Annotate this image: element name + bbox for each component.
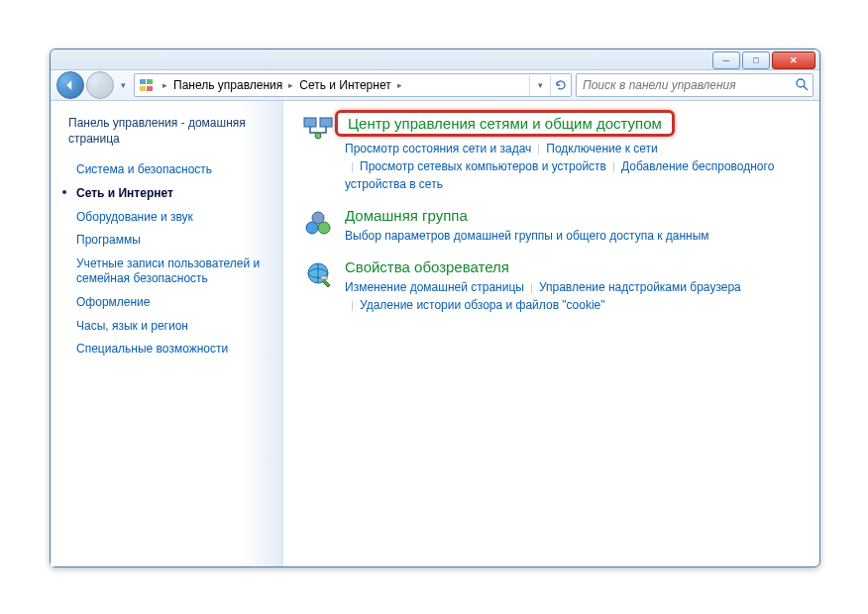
content-area: Центр управления сетями и общим доступом… bbox=[283, 101, 819, 566]
sublink[interactable]: Изменение домашней страницы bbox=[345, 280, 524, 294]
sidebar-item-5[interactable]: Оформление bbox=[68, 291, 272, 315]
category-title[interactable]: Свойства обозревателя bbox=[345, 258, 509, 275]
sidebar-item-7[interactable]: Специальные возможности bbox=[68, 338, 272, 361]
sidebar-item-6[interactable]: Часы, язык и регион bbox=[68, 315, 272, 339]
sidebar-item-2[interactable]: Оборудование и звук bbox=[68, 206, 272, 230]
category-0: Центр управления сетями и общим доступом… bbox=[301, 113, 802, 193]
sidebar-item-0[interactable]: Система и безопасность bbox=[68, 158, 272, 182]
category-title[interactable]: Центр управления сетями и общим доступом bbox=[335, 110, 675, 137]
sublink[interactable]: Управление надстройками браузера bbox=[539, 280, 741, 294]
sublink[interactable]: Просмотр состояния сети и задач bbox=[345, 142, 531, 155]
chevron-right-icon: ▸ bbox=[393, 80, 406, 90]
sidebar-item-3[interactable]: Программы bbox=[68, 229, 272, 253]
chevron-right-icon: ▸ bbox=[284, 80, 297, 90]
search-icon[interactable] bbox=[795, 77, 809, 94]
window-chrome: ─ □ ✕ bbox=[51, 50, 819, 70]
category-title[interactable]: Домашняя группа bbox=[345, 207, 468, 224]
svg-line-5 bbox=[804, 86, 808, 90]
category-1: Домашняя группаВыбор параметров домашней… bbox=[301, 207, 802, 245]
address-bar[interactable]: ▸ Панель управления ▸ Сеть и Интернет ▸ … bbox=[134, 73, 572, 97]
path-dropdown-button[interactable]: ▾ bbox=[529, 75, 550, 95]
category-sublinks: Изменение домашней страницыУправление на… bbox=[345, 278, 802, 314]
svg-point-4 bbox=[797, 79, 805, 87]
sublink[interactable]: Подключение к сети bbox=[546, 142, 657, 155]
category-icon bbox=[301, 207, 337, 239]
svg-point-8 bbox=[315, 133, 321, 139]
nav-bar: ▾ ▸ Панель управления ▸ Сеть и Интернет … bbox=[51, 70, 819, 101]
maximize-button[interactable]: □ bbox=[742, 51, 770, 69]
sidebar: Панель управления - домашняя страница Си… bbox=[51, 101, 283, 566]
search-box[interactable] bbox=[576, 73, 814, 97]
search-input[interactable] bbox=[581, 77, 795, 93]
sidebar-item-4[interactable]: Учетные записи пользователей и семейная … bbox=[68, 253, 272, 291]
svg-rect-6 bbox=[304, 118, 316, 127]
window-controls: ─ □ ✕ bbox=[712, 51, 815, 69]
window-body: Панель управления - домашняя страница Си… bbox=[51, 101, 819, 566]
category-icon bbox=[301, 113, 337, 145]
address-bar-buttons: ▾ bbox=[529, 75, 571, 95]
sublink[interactable]: Удаление истории обзора и файлов "cookie… bbox=[360, 298, 605, 312]
control-panel-icon bbox=[138, 76, 156, 94]
category-icon bbox=[301, 258, 337, 290]
svg-rect-7 bbox=[320, 118, 332, 127]
refresh-button[interactable] bbox=[550, 75, 571, 95]
svg-point-11 bbox=[312, 212, 324, 224]
sublink[interactable]: Просмотр сетевых компьютеров и устройств bbox=[360, 159, 606, 173]
nav-history-dropdown[interactable]: ▾ bbox=[116, 80, 130, 90]
breadcrumb-root[interactable]: Панель управления bbox=[171, 78, 284, 92]
svg-rect-0 bbox=[140, 79, 146, 84]
forward-button[interactable] bbox=[86, 71, 114, 99]
svg-rect-2 bbox=[140, 86, 146, 91]
svg-rect-1 bbox=[147, 79, 153, 84]
sidebar-item-1[interactable]: Сеть и Интернет bbox=[68, 182, 272, 206]
svg-rect-3 bbox=[147, 86, 153, 91]
minimize-button[interactable]: ─ bbox=[712, 51, 740, 69]
control-panel-window: ─ □ ✕ ▾ ▸ Панель управления ▸ Сеть и Инт… bbox=[50, 49, 820, 567]
back-button[interactable] bbox=[56, 71, 84, 99]
category-2: Свойства обозревателяИзменение домашней … bbox=[301, 258, 802, 314]
sidebar-home-link[interactable]: Панель управления - домашняя страница bbox=[68, 115, 272, 147]
category-sublinks: Просмотр состояния сети и задачПодключен… bbox=[345, 140, 802, 193]
close-button[interactable]: ✕ bbox=[772, 51, 815, 69]
breadcrumb-section[interactable]: Сеть и Интернет bbox=[297, 78, 392, 92]
chevron-right-icon: ▸ bbox=[159, 80, 171, 90]
category-sublinks: Выбор параметров домашней группы и общег… bbox=[345, 227, 802, 245]
sublink[interactable]: Выбор параметров домашней группы и общег… bbox=[345, 229, 709, 243]
svg-rect-13 bbox=[321, 276, 327, 279]
